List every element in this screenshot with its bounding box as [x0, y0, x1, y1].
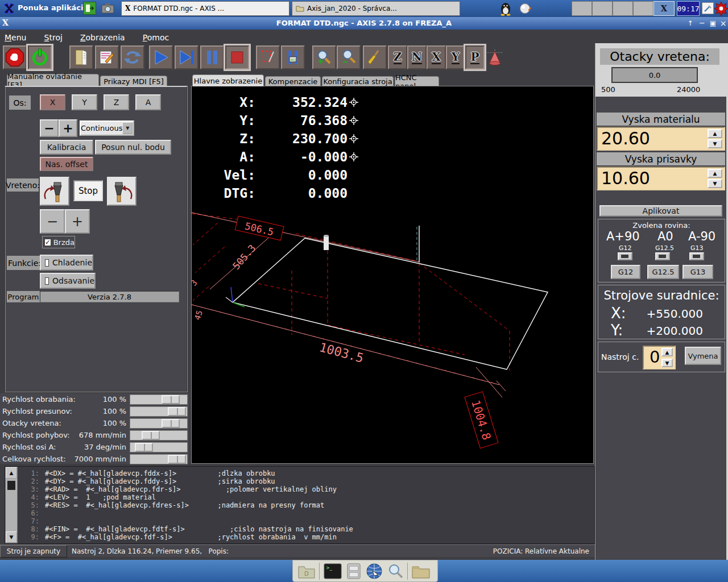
tab-hcnc-panel[interactable]: HCNC panel — [395, 76, 439, 86]
zoom-out-button[interactable] — [337, 45, 361, 69]
jog-mode-combo[interactable]: Continuous ▼ — [80, 120, 134, 136]
volume-sphere-icon[interactable] — [519, 2, 532, 15]
screenshot-icon[interactable] — [101, 2, 115, 15]
spin-down-icon[interactable]: ▼ — [661, 359, 673, 367]
kalibracia-button[interactable]: Kalibracia — [40, 140, 93, 155]
clock[interactable]: 09:17 — [677, 1, 700, 16]
jog-plus-button[interactable]: + — [59, 119, 77, 137]
override-slider[interactable] — [130, 394, 188, 405]
tool-cone-button[interactable] — [485, 45, 504, 69]
menu-item-menu[interactable]: Menu — [5, 33, 26, 42]
aplikovat-button[interactable]: Aplikovat — [599, 205, 722, 217]
spindle-faster-button[interactable]: + — [65, 209, 90, 234]
axis-x-button[interactable]: X — [40, 94, 65, 110]
workspace-1[interactable] — [572, 1, 592, 16]
view-z-button[interactable]: Z — [388, 45, 407, 69]
reload-file-button[interactable] — [121, 45, 144, 69]
logout-icon[interactable] — [83, 2, 96, 15]
view-y-button[interactable]: Y — [446, 45, 465, 69]
axis-z-button[interactable]: Z — [104, 94, 129, 110]
scrollbar-thumb[interactable] — [7, 481, 15, 490]
skip-lines-button[interactable] — [256, 45, 280, 69]
spindle-cw-button[interactable] — [107, 177, 136, 206]
browser-globe-icon[interactable] — [365, 562, 383, 580]
edit-file-button[interactable] — [95, 45, 119, 69]
search-icon[interactable] — [387, 563, 404, 580]
terminal-icon[interactable]: >_ — [323, 563, 342, 580]
gcode-scrollbar[interactable]: ▲ ▼ — [5, 467, 18, 543]
spin-down-icon[interactable]: ▼ — [708, 179, 722, 188]
nas-offset-button[interactable]: Nas. offset — [40, 157, 93, 171]
posun-nul-bodu-button[interactable]: Posun nul. bodu — [95, 140, 171, 155]
vymena-button[interactable]: Vymena — [685, 347, 721, 365]
archive-icon[interactable] — [346, 563, 362, 580]
workspace-2[interactable] — [592, 1, 613, 16]
gcode-listing[interactable]: ▲ ▼ 1:#<DX> = #<_hal[gladevcp.fddx-s]> ;… — [5, 466, 595, 544]
spindle-ccw-button[interactable] — [40, 177, 69, 206]
app-menu-label[interactable]: Ponuka aplikácií — [18, 3, 86, 12]
view-p-button[interactable]: P — [465, 45, 485, 69]
spin-up-icon[interactable]: ▲ — [708, 129, 722, 138]
vyska-materialu-spinbox[interactable]: 20.60 ▲ ▼ — [597, 127, 725, 151]
window-maximize-button[interactable]: ▣ — [708, 18, 718, 28]
window-close-button[interactable]: × — [718, 18, 728, 28]
tab-konfiguracia[interactable]: Konfiguracia stroja — [322, 76, 394, 86]
view-x-button[interactable]: X — [427, 45, 446, 69]
optional-stop-button[interactable]: M1 — [281, 45, 305, 69]
alert-siren-icon[interactable] — [714, 1, 728, 16]
workspace-4[interactable] — [633, 1, 653, 16]
override-slider[interactable] — [130, 442, 188, 452]
run-button[interactable] — [149, 45, 173, 69]
tool-number-spinbox[interactable]: 0 ▲ ▼ — [643, 346, 676, 369]
app-menu-logo-icon[interactable] — [3, 2, 15, 15]
toolpath-plot[interactable]: 506.5 505.3 1003.5 1004.8 3 45 — [192, 86, 594, 464]
view-z-rotated-button[interactable]: N — [407, 45, 427, 69]
workspace-3[interactable] — [613, 1, 633, 16]
override-slider[interactable] — [130, 418, 188, 429]
workspace-active[interactable]: X — [653, 1, 675, 16]
workspace-pager[interactable]: X — [572, 1, 675, 16]
scroll-down-icon[interactable]: ▼ — [6, 531, 17, 543]
brzda-checkbox[interactable]: ✓ Brzda — [42, 236, 75, 248]
tab-kompenzacie[interactable]: Kompenzacie — [265, 76, 321, 86]
tux-icon[interactable] — [498, 1, 513, 16]
tab-manual-control[interactable]: Manualne ovladanie [F3] — [7, 74, 99, 86]
desktop-folder-icon[interactable]: D — [297, 563, 316, 579]
g12-button[interactable]: G12 — [611, 265, 640, 279]
step-button[interactable] — [175, 45, 198, 69]
spindle-stop-button[interactable]: Stop — [73, 180, 103, 201]
pause-button[interactable] — [200, 45, 224, 69]
zoom-in-button[interactable] — [312, 45, 336, 69]
g13-button[interactable]: G13 — [682, 265, 713, 279]
open-file-button[interactable] — [69, 45, 93, 69]
estop-button[interactable] — [3, 45, 27, 69]
chladenie-checkbox[interactable]: Chladenie — [40, 255, 93, 271]
menu-item-zobrazenia[interactable]: Zobrazenia — [80, 33, 125, 42]
taskbar-task-filemanager[interactable]: Axis_jan_2020 - Správca... — [292, 1, 460, 16]
odsavanie-checkbox[interactable]: Odsavanie — [40, 273, 96, 289]
menu-item-pomoc[interactable]: Pomoc — [143, 33, 169, 42]
override-slider[interactable] — [130, 430, 188, 440]
tab-mdi[interactable]: Prikazy MDI [F5] — [100, 76, 167, 86]
window-minimize-button[interactable]: − — [697, 18, 707, 28]
spindle-slower-button[interactable]: − — [40, 209, 65, 234]
menu-item-stroj[interactable]: Stroj — [44, 33, 63, 42]
folder-icon[interactable] — [411, 563, 431, 579]
magnifier-pen-icon[interactable] — [702, 2, 714, 14]
axis-y-button[interactable]: Y — [72, 94, 97, 110]
window-shade-button[interactable]: ↑ — [685, 18, 695, 28]
override-slider[interactable] — [130, 406, 188, 417]
window-titlebar[interactable]: X FORMAT DTD.ngc - AXIS 2.7.8 on FREZA_A… — [0, 17, 728, 30]
machine-power-button[interactable] — [28, 45, 52, 69]
spin-up-icon[interactable]: ▲ — [708, 169, 722, 178]
stop-button[interactable] — [225, 45, 249, 69]
spin-up-icon[interactable]: ▲ — [661, 348, 673, 356]
clear-plot-button[interactable] — [363, 45, 387, 69]
spin-down-icon[interactable]: ▼ — [708, 139, 722, 148]
vyska-prisavky-spinbox[interactable]: 10.60 ▲ ▼ — [597, 167, 725, 190]
jog-minus-button[interactable]: − — [40, 119, 59, 137]
override-slider[interactable] — [130, 454, 188, 464]
taskbar-task-axis[interactable]: X FORMAT DTD.ngc - AXIS ... — [121, 1, 289, 16]
g125-button[interactable]: G12.5 — [647, 265, 679, 279]
scroll-up-icon[interactable]: ▲ — [6, 467, 17, 479]
